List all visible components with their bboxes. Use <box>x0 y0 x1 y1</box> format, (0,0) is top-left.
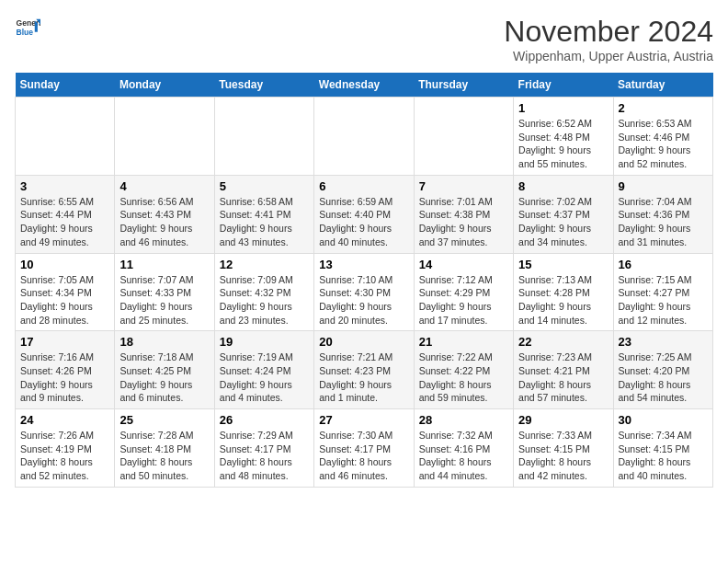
calendar-week-row: 17Sunrise: 7:16 AMSunset: 4:26 PMDayligh… <box>16 331 713 409</box>
calendar-cell: 21Sunrise: 7:22 AMSunset: 4:22 PMDayligh… <box>414 331 513 409</box>
day-number: 29 <box>518 413 608 427</box>
calendar-cell: 9Sunrise: 7:04 AMSunset: 4:36 PMDaylight… <box>613 175 712 253</box>
calendar-cell: 3Sunrise: 6:55 AMSunset: 4:44 PMDaylight… <box>16 175 115 253</box>
day-info: Sunrise: 7:21 AMSunset: 4:23 PMDaylight:… <box>319 350 408 405</box>
calendar-cell: 2Sunrise: 6:53 AMSunset: 4:46 PMDaylight… <box>613 98 712 176</box>
calendar-cell: 26Sunrise: 7:29 AMSunset: 4:17 PMDayligh… <box>214 409 313 488</box>
day-number: 14 <box>419 258 508 271</box>
calendar-cell <box>115 98 214 176</box>
calendar-cell <box>16 98 115 176</box>
day-info: Sunrise: 7:28 AMSunset: 4:18 PMDaylight:… <box>119 429 209 483</box>
calendar-cell: 29Sunrise: 7:33 AMSunset: 4:15 PMDayligh… <box>514 409 613 488</box>
calendar-cell: 30Sunrise: 7:34 AMSunset: 4:15 PMDayligh… <box>613 409 712 488</box>
day-number: 27 <box>319 413 408 427</box>
day-info: Sunrise: 7:26 AMSunset: 4:19 PMDaylight:… <box>20 429 109 483</box>
day-info: Sunrise: 7:12 AMSunset: 4:29 PMDaylight:… <box>419 273 508 327</box>
calendar-week-row: 1Sunrise: 6:52 AMSunset: 4:48 PMDaylight… <box>16 98 713 176</box>
calendar-cell <box>414 98 513 176</box>
calendar-cell: 20Sunrise: 7:21 AMSunset: 4:23 PMDayligh… <box>314 331 414 409</box>
calendar-week-row: 3Sunrise: 6:55 AMSunset: 4:44 PMDaylight… <box>16 175 713 253</box>
day-info: Sunrise: 7:30 AMSunset: 4:17 PMDaylight:… <box>319 429 408 483</box>
day-number: 1 <box>518 101 608 115</box>
day-info: Sunrise: 7:16 AMSunset: 4:26 PMDaylight:… <box>20 350 109 405</box>
day-info: Sunrise: 7:15 AMSunset: 4:27 PMDaylight:… <box>619 273 708 327</box>
calendar-cell: 27Sunrise: 7:30 AMSunset: 4:17 PMDayligh… <box>314 409 414 488</box>
calendar-cell: 24Sunrise: 7:26 AMSunset: 4:19 PMDayligh… <box>16 409 115 488</box>
calendar-cell <box>314 98 414 176</box>
calendar-cell: 22Sunrise: 7:23 AMSunset: 4:21 PMDayligh… <box>514 331 613 409</box>
logo: General Blue <box>15 15 40 40</box>
day-info: Sunrise: 7:10 AMSunset: 4:30 PMDaylight:… <box>319 273 408 327</box>
day-number: 30 <box>619 413 708 427</box>
day-info: Sunrise: 7:05 AMSunset: 4:34 PMDaylight:… <box>20 273 109 327</box>
day-info: Sunrise: 7:09 AMSunset: 4:32 PMDaylight:… <box>220 273 309 327</box>
day-number: 19 <box>220 335 309 349</box>
day-number: 7 <box>419 179 508 193</box>
calendar-week-row: 24Sunrise: 7:26 AMSunset: 4:19 PMDayligh… <box>16 409 713 488</box>
day-number: 4 <box>119 179 209 193</box>
calendar-cell: 14Sunrise: 7:12 AMSunset: 4:29 PMDayligh… <box>414 253 513 331</box>
day-info: Sunrise: 7:22 AMSunset: 4:22 PMDaylight:… <box>419 350 508 405</box>
svg-text:Blue: Blue <box>17 28 34 37</box>
day-info: Sunrise: 7:25 AMSunset: 4:20 PMDaylight:… <box>619 350 708 405</box>
day-number: 28 <box>419 413 508 427</box>
month-title: November 2024 <box>504 15 713 49</box>
weekday-header: Saturday <box>613 73 712 98</box>
day-number: 3 <box>20 179 109 193</box>
calendar-header-row: SundayMondayTuesdayWednesdayThursdayFrid… <box>16 73 713 98</box>
calendar-cell: 15Sunrise: 7:13 AMSunset: 4:28 PMDayligh… <box>514 253 613 331</box>
day-number: 8 <box>518 179 608 193</box>
logo-icon: General Blue <box>15 15 40 40</box>
day-info: Sunrise: 7:01 AMSunset: 4:38 PMDaylight:… <box>419 195 508 249</box>
weekday-header: Friday <box>514 73 613 98</box>
day-number: 10 <box>20 258 109 271</box>
day-info: Sunrise: 7:04 AMSunset: 4:36 PMDaylight:… <box>619 195 708 249</box>
day-number: 25 <box>119 413 209 427</box>
day-number: 23 <box>619 335 708 349</box>
day-info: Sunrise: 7:29 AMSunset: 4:17 PMDaylight:… <box>220 429 309 483</box>
calendar-cell: 7Sunrise: 7:01 AMSunset: 4:38 PMDaylight… <box>414 175 513 253</box>
day-number: 6 <box>319 179 408 193</box>
title-block: November 2024 Wippenham, Upper Austria, … <box>504 15 713 63</box>
day-number: 9 <box>619 179 708 193</box>
weekday-header: Monday <box>115 73 214 98</box>
day-info: Sunrise: 6:53 AMSunset: 4:46 PMDaylight:… <box>619 117 708 171</box>
weekday-header: Thursday <box>414 73 513 98</box>
calendar-cell: 8Sunrise: 7:02 AMSunset: 4:37 PMDaylight… <box>514 175 613 253</box>
day-number: 15 <box>518 258 608 271</box>
calendar-week-row: 10Sunrise: 7:05 AMSunset: 4:34 PMDayligh… <box>16 253 713 331</box>
day-number: 24 <box>20 413 109 427</box>
day-number: 20 <box>319 335 408 349</box>
day-number: 17 <box>20 335 109 349</box>
day-number: 16 <box>619 258 708 271</box>
calendar-cell: 6Sunrise: 6:59 AMSunset: 4:40 PMDaylight… <box>314 175 414 253</box>
day-info: Sunrise: 6:56 AMSunset: 4:43 PMDaylight:… <box>119 195 209 249</box>
calendar-cell: 18Sunrise: 7:18 AMSunset: 4:25 PMDayligh… <box>115 331 214 409</box>
day-info: Sunrise: 6:55 AMSunset: 4:44 PMDaylight:… <box>20 195 109 249</box>
page-header: General Blue November 2024 Wippenham, Up… <box>15 15 713 63</box>
day-number: 18 <box>119 335 209 349</box>
day-info: Sunrise: 7:33 AMSunset: 4:15 PMDaylight:… <box>518 429 608 483</box>
calendar-cell: 4Sunrise: 6:56 AMSunset: 4:43 PMDaylight… <box>115 175 214 253</box>
day-info: Sunrise: 6:58 AMSunset: 4:41 PMDaylight:… <box>220 195 309 249</box>
calendar-cell <box>214 98 313 176</box>
day-number: 21 <box>419 335 508 349</box>
day-info: Sunrise: 7:34 AMSunset: 4:15 PMDaylight:… <box>619 429 708 483</box>
calendar-table: SundayMondayTuesdayWednesdayThursdayFrid… <box>15 73 713 488</box>
calendar-cell: 19Sunrise: 7:19 AMSunset: 4:24 PMDayligh… <box>214 331 313 409</box>
weekday-header: Sunday <box>16 73 115 98</box>
calendar-cell: 12Sunrise: 7:09 AMSunset: 4:32 PMDayligh… <box>214 253 313 331</box>
day-number: 22 <box>518 335 608 349</box>
calendar-cell: 16Sunrise: 7:15 AMSunset: 4:27 PMDayligh… <box>613 253 712 331</box>
day-info: Sunrise: 7:32 AMSunset: 4:16 PMDaylight:… <box>419 429 508 483</box>
day-number: 13 <box>319 258 408 271</box>
calendar-cell: 25Sunrise: 7:28 AMSunset: 4:18 PMDayligh… <box>115 409 214 488</box>
day-info: Sunrise: 7:19 AMSunset: 4:24 PMDaylight:… <box>220 350 309 405</box>
day-info: Sunrise: 7:18 AMSunset: 4:25 PMDaylight:… <box>119 350 209 405</box>
calendar-cell: 17Sunrise: 7:16 AMSunset: 4:26 PMDayligh… <box>16 331 115 409</box>
day-info: Sunrise: 6:59 AMSunset: 4:40 PMDaylight:… <box>319 195 408 249</box>
day-number: 5 <box>220 179 309 193</box>
day-info: Sunrise: 7:13 AMSunset: 4:28 PMDaylight:… <box>518 273 608 327</box>
weekday-header: Wednesday <box>314 73 414 98</box>
day-number: 12 <box>220 258 309 271</box>
